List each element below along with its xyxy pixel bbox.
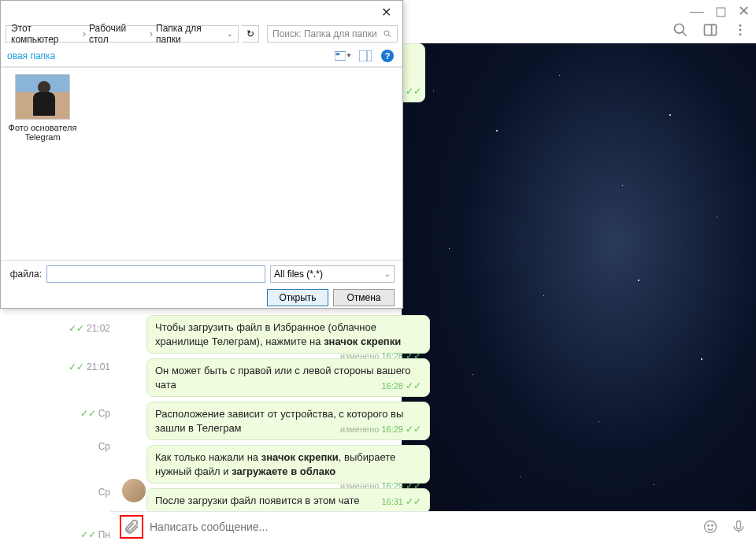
svg-rect-10 bbox=[737, 521, 741, 528]
message-bubble[interactable]: Расположение зависит от устройства, с ко… bbox=[146, 402, 430, 440]
help-icon[interactable]: ? bbox=[379, 49, 396, 63]
message-bubble[interactable]: После загрузки файл появится в этом чате… bbox=[146, 488, 430, 513]
filename-input[interactable] bbox=[46, 265, 265, 283]
svg-point-9 bbox=[712, 524, 713, 526]
emoji-icon[interactable] bbox=[702, 519, 718, 535]
file-item[interactable]: Фото основателя Telegram bbox=[7, 74, 78, 254]
paperclip-icon[interactable] bbox=[123, 518, 140, 535]
message-input[interactable] bbox=[150, 521, 702, 533]
dialog-close-button[interactable]: ✕ bbox=[375, 3, 398, 21]
date-label: ✓✓21:01 bbox=[67, 361, 110, 372]
message-list: Чтобы загрузить файл в Избранное (облачн… bbox=[146, 315, 430, 541]
sidepanel-icon[interactable] bbox=[702, 22, 718, 38]
date-label: ✓✓21:02 bbox=[67, 323, 110, 334]
chat-background bbox=[402, 43, 756, 541]
date-label: Ср bbox=[67, 487, 110, 498]
date-label: Ср bbox=[67, 441, 110, 452]
message-bubble[interactable]: Чтобы загрузить файл в Избранное (облачн… bbox=[146, 315, 430, 354]
new-folder-link[interactable]: овая папка bbox=[7, 50, 55, 61]
message-bubble[interactable]: Он может быть с правой или с левой сторо… bbox=[146, 358, 430, 397]
read-check-icon: ✓✓ bbox=[406, 86, 421, 97]
svg-point-8 bbox=[708, 524, 710, 526]
dialog-titlebar: ✕ bbox=[1, 1, 402, 23]
refresh-button[interactable]: ↻ bbox=[242, 25, 259, 43]
date-label: ✓✓Пн bbox=[67, 529, 110, 540]
microphone-icon[interactable] bbox=[731, 519, 747, 535]
file-filter-select[interactable]: All files (*.*)⌄ bbox=[270, 265, 395, 283]
maximize-button[interactable]: ◻ bbox=[715, 2, 727, 20]
search-icon[interactable] bbox=[673, 22, 688, 38]
view-mode-icon[interactable]: ▼ bbox=[335, 49, 352, 63]
date-label: ✓✓Ср bbox=[67, 408, 110, 419]
file-list-area[interactable]: Фото основателя Telegram bbox=[1, 67, 402, 261]
dialog-toolbar: овая папка ▼ ? bbox=[1, 45, 402, 67]
window-controls: — ◻ ✕ bbox=[690, 0, 756, 22]
minimize-button[interactable]: — bbox=[690, 3, 704, 20]
attach-button-highlight bbox=[120, 515, 143, 539]
more-icon[interactable] bbox=[732, 22, 748, 38]
file-caption: Фото основателя Telegram bbox=[7, 123, 78, 142]
svg-point-4 bbox=[739, 24, 742, 27]
search-icon bbox=[383, 29, 392, 39]
message-input-bar bbox=[110, 511, 756, 541]
svg-point-0 bbox=[675, 24, 684, 34]
path-breadcrumb[interactable]: Этот компьютер› Рабочий стол› Папка для … bbox=[6, 25, 239, 43]
message-bubble[interactable]: Как только нажали на значок скрепки, выб… bbox=[146, 445, 430, 484]
svg-line-12 bbox=[388, 35, 391, 37]
svg-point-6 bbox=[739, 33, 742, 35]
file-thumbnail bbox=[15, 74, 70, 120]
svg-point-5 bbox=[739, 29, 742, 31]
open-button[interactable]: Открыть bbox=[267, 289, 328, 306]
preview-pane-icon[interactable] bbox=[357, 49, 374, 63]
folder-search-input[interactable]: Поиск: Папка для папки bbox=[267, 25, 398, 43]
filename-label: файла: bbox=[9, 269, 42, 280]
close-button[interactable]: ✕ bbox=[738, 2, 750, 20]
svg-rect-14 bbox=[336, 53, 340, 55]
chat-header-actions bbox=[673, 22, 748, 38]
svg-rect-2 bbox=[705, 24, 717, 35]
file-open-dialog: ✕ Этот компьютер› Рабочий стол› Папка дл… bbox=[0, 0, 403, 309]
cancel-button[interactable]: Отмена bbox=[333, 289, 395, 306]
svg-line-1 bbox=[683, 32, 687, 36]
sender-avatar[interactable] bbox=[122, 479, 146, 502]
svg-point-7 bbox=[705, 521, 717, 532]
previous-message-tail: ✓✓ bbox=[402, 43, 425, 102]
svg-rect-15 bbox=[359, 50, 372, 61]
